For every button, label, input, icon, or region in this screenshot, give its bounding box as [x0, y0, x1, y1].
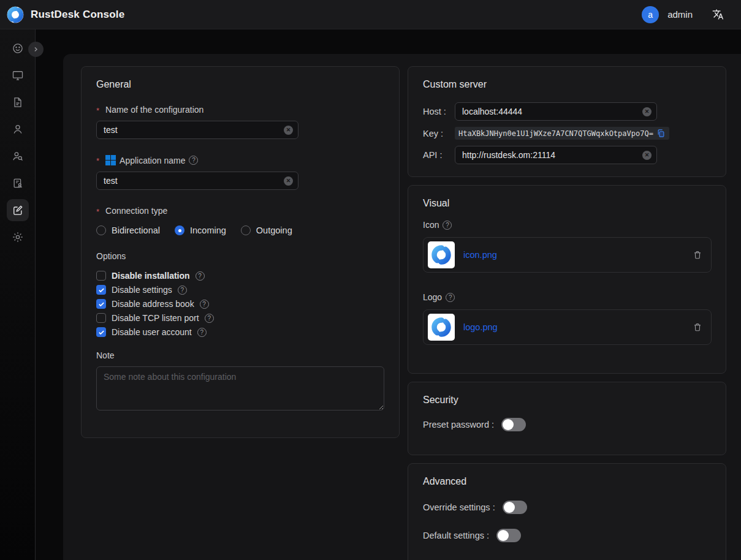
brand: RustDesk Console: [6, 6, 124, 24]
radio-incoming[interactable]: Incoming: [175, 225, 226, 235]
delete-icon[interactable]: [693, 322, 702, 332]
help-icon[interactable]: ?: [205, 314, 214, 323]
rustdesk-logo-icon: [430, 316, 452, 338]
document-user-icon: [12, 177, 24, 189]
check-icon: [98, 301, 105, 308]
help-icon[interactable]: ?: [189, 156, 198, 165]
check-icon: [98, 329, 105, 336]
radio-dot[interactable]: [96, 225, 106, 235]
chevron-right-icon: [32, 45, 40, 53]
icon-thumbnail: [428, 241, 455, 268]
app-name-field[interactable]: [104, 176, 279, 186]
radio-outgoing[interactable]: Outgoing: [241, 225, 292, 235]
host-label: Host :: [423, 107, 455, 116]
default-settings-label: Default settings :: [423, 531, 489, 540]
api-label: API :: [423, 150, 455, 160]
checkbox-disable-address-book[interactable]: Disable address book ?: [96, 299, 384, 309]
note-textarea[interactable]: [96, 366, 384, 411]
api-field[interactable]: [462, 150, 638, 160]
security-card: Security Preset password :: [408, 382, 726, 455]
check-icon: [98, 287, 105, 293]
general-card: General Name of the configuration ✕ Ap: [81, 66, 400, 438]
config-name-input[interactable]: ✕: [96, 121, 298, 139]
icon-file-link[interactable]: icon.png: [463, 250, 497, 260]
app-name-label: Application name ?: [96, 155, 384, 165]
help-icon[interactable]: ?: [200, 300, 209, 309]
checkbox-disable-settings[interactable]: Disable settings ?: [96, 285, 384, 295]
checkbox-box[interactable]: [96, 313, 106, 323]
host-field[interactable]: [462, 107, 638, 116]
user-icon: [12, 123, 24, 135]
user-avatar[interactable]: a: [642, 6, 659, 23]
radio-dot-checked[interactable]: [175, 225, 184, 235]
help-icon[interactable]: ?: [196, 271, 205, 281]
document-icon: [12, 96, 24, 108]
override-settings-label: Override settings :: [423, 502, 495, 512]
content-panel: General Name of the configuration ✕ Ap: [63, 54, 741, 560]
checkbox-box-checked[interactable]: [96, 299, 106, 309]
config-name-field[interactable]: [104, 125, 279, 135]
preset-password-label: Preset password :: [423, 420, 494, 429]
sidebar-item-custom-clients[interactable]: [7, 199, 29, 221]
app-name-input[interactable]: ✕: [96, 172, 298, 190]
translate-icon[interactable]: [712, 9, 724, 20]
key-label: Key :: [423, 129, 455, 138]
top-bar: RustDesk Console a admin: [0, 0, 741, 29]
gear-icon: [12, 231, 24, 243]
checkbox-disable-tcp-listen-port[interactable]: Disable TCP listen port ?: [96, 313, 384, 323]
clear-icon[interactable]: ✕: [642, 151, 652, 160]
advanced-card: Advanced Override settings : Default set…: [408, 463, 726, 560]
sidebar-item-logs[interactable]: [7, 172, 29, 194]
username[interactable]: admin: [667, 9, 693, 20]
visual-title: Visual: [423, 198, 711, 209]
sidebar-item-users[interactable]: [7, 118, 29, 140]
preset-password-toggle[interactable]: [501, 418, 526, 431]
host-input[interactable]: ✕: [455, 102, 657, 121]
sidebar-collapse-button[interactable]: [28, 42, 44, 57]
edit-icon: [12, 204, 24, 216]
custom-server-title: Custom server: [423, 79, 711, 90]
default-settings-toggle[interactable]: [496, 529, 521, 542]
help-icon[interactable]: ?: [446, 293, 455, 302]
api-input[interactable]: ✕: [455, 146, 657, 164]
note-label: Note: [96, 350, 384, 360]
radio-dot[interactable]: [241, 225, 251, 235]
sidebar-item-devices[interactable]: [7, 64, 29, 86]
sidebar-item-audit[interactable]: [7, 91, 29, 113]
connection-type-group: Bidirectional Incoming Outgoing: [96, 225, 384, 235]
logo-file-link[interactable]: logo.png: [463, 322, 498, 332]
clear-icon[interactable]: ✕: [284, 176, 293, 186]
sidebar-item-welcome[interactable]: [7, 37, 29, 59]
delete-icon[interactable]: [693, 250, 702, 260]
help-icon[interactable]: ?: [178, 286, 187, 295]
sidebar-item-groups[interactable]: [7, 145, 29, 167]
checkbox-disable-user-account[interactable]: Disable user account ?: [96, 327, 384, 337]
override-settings-toggle[interactable]: [503, 501, 527, 514]
monitor-icon: [12, 69, 24, 81]
key-chip: HtaXBkJNHyn0e1U1jWXze7A7CN7QTGWqxkOtpaVp…: [455, 127, 669, 140]
help-icon[interactable]: ?: [197, 328, 207, 337]
sidebar: [0, 29, 36, 560]
options-label: Options: [96, 251, 384, 261]
icon-upload-row: icon.png: [423, 237, 712, 273]
user-search-icon: [12, 150, 24, 162]
sidebar-item-settings[interactable]: [7, 226, 29, 248]
radio-bidirectional[interactable]: Bidirectional: [96, 225, 160, 235]
rustdesk-logo-icon: [6, 6, 25, 24]
checkbox-disable-installation[interactable]: Disable installation ?: [96, 271, 384, 281]
checkbox-box-checked[interactable]: [96, 285, 106, 295]
icon-label: Icon ?: [423, 220, 711, 230]
checkbox-box-checked[interactable]: [96, 327, 106, 337]
help-icon[interactable]: ?: [443, 221, 452, 230]
main-area: General Name of the configuration ✕ Ap: [36, 29, 741, 560]
clear-icon[interactable]: ✕: [642, 107, 652, 116]
visual-card: Visual Icon ? icon.png: [408, 185, 726, 374]
rustdesk-logo-icon: [430, 244, 452, 266]
clear-icon[interactable]: ✕: [284, 126, 293, 135]
smiley-icon: [12, 42, 24, 55]
checkbox-box[interactable]: [96, 271, 106, 281]
app-title: RustDesk Console: [31, 9, 124, 21]
custom-server-card: Custom server Host : ✕ Key : HtaXBkJNHyn…: [408, 66, 726, 177]
windows-icon: [105, 155, 116, 165]
copy-icon[interactable]: [656, 129, 666, 138]
